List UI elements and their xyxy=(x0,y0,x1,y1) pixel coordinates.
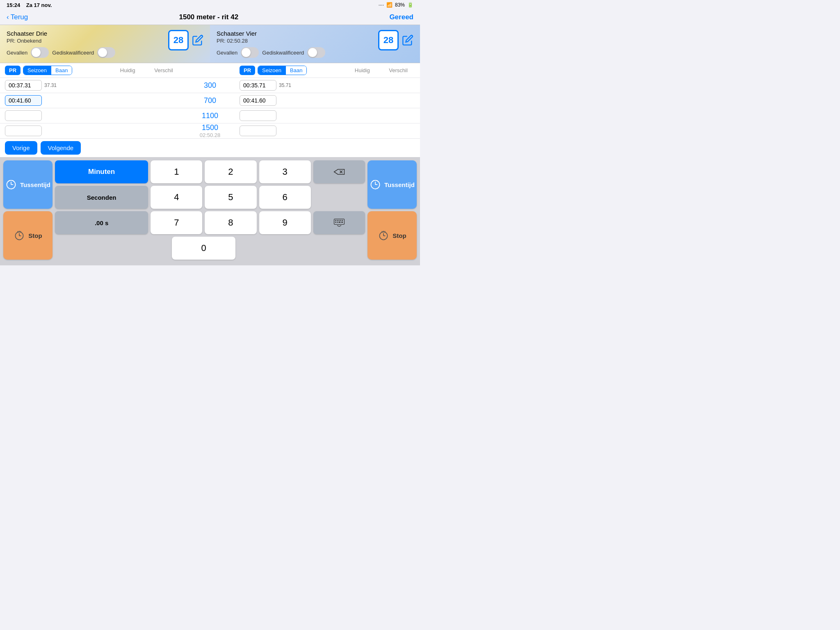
season-right-segment[interactable]: Seizoen xyxy=(258,66,286,75)
hide-keyboard-key[interactable] xyxy=(313,211,365,234)
tussentijd-left-icon xyxy=(5,179,17,190)
keyboard-keys: Minuten 1 2 3 Seconden 4 xyxy=(55,160,365,260)
timing-left-1500 xyxy=(0,123,185,138)
edit-right-icon[interactable] xyxy=(402,34,413,46)
key-8[interactable]: 8 xyxy=(205,211,256,234)
stop-left-button[interactable]: Stop xyxy=(3,211,52,260)
signal-icon: ···· xyxy=(379,2,384,8)
skater-left-number[interactable]: 28 xyxy=(168,30,189,50)
next-button[interactable]: Volgende xyxy=(41,141,81,155)
back-chevron-icon: ‹ xyxy=(7,13,9,21)
spacer-right-4 xyxy=(238,237,365,260)
key-2[interactable]: 2 xyxy=(205,160,256,183)
skater-right-icons: 28 xyxy=(378,30,413,50)
key-4[interactable]: 4 xyxy=(151,186,202,209)
stop-right-button[interactable]: Stop xyxy=(368,211,417,260)
timing-row-700: 700 xyxy=(0,93,420,108)
timing-input-left-700[interactable] xyxy=(5,95,42,106)
current-right-label: Huidig xyxy=(345,67,379,73)
skater-right-details: Schaatser Vier PR: 02:50.28 Gevallen Ged… xyxy=(217,30,378,58)
timing-input-right-300[interactable] xyxy=(240,80,276,91)
timing-input-right-1100[interactable] xyxy=(240,110,276,121)
skater-right-number[interactable]: 28 xyxy=(378,30,399,50)
wifi-icon: 📶 xyxy=(386,2,393,8)
segment-right-group: Seizoen Baan xyxy=(258,66,307,75)
delete-key[interactable] xyxy=(313,160,365,183)
pr-time-center-1500: 02:50.28 xyxy=(185,132,235,138)
current-left-label: Huidig xyxy=(111,67,144,73)
key-0[interactable]: 0 xyxy=(172,237,235,260)
diff-right-label: Verschil xyxy=(381,67,415,73)
track-left-segment[interactable]: Baan xyxy=(51,66,72,75)
previous-button[interactable]: Vorige xyxy=(5,141,37,155)
stop-right-icon xyxy=(378,230,389,241)
timing-right-1500 xyxy=(235,123,420,138)
left-actions: Tussentijd Stop xyxy=(3,160,52,260)
status-right: ···· 📶 83% 🔋 xyxy=(379,2,413,8)
keyboard-hide-icon xyxy=(333,219,345,227)
keyboard-row-4: 0 xyxy=(55,237,365,260)
back-label: Terug xyxy=(11,13,28,21)
key-1[interactable]: 1 xyxy=(151,160,202,183)
seconden-key[interactable]: Seconden xyxy=(55,186,148,209)
timing-left-header: PR Seizoen Baan Huidig Verschil xyxy=(0,63,185,78)
nav-bar: ‹ Terug 1500 meter - rit 42 Gereed xyxy=(0,10,420,25)
dq-left-label: Gediskwalificeerd xyxy=(52,50,94,56)
svg-rect-11 xyxy=(335,222,336,223)
back-button[interactable]: ‹ Terug xyxy=(7,13,28,21)
dq-right-toggle[interactable] xyxy=(307,47,325,58)
stop-left-label: Stop xyxy=(28,232,42,239)
pr-right-button[interactable]: PR xyxy=(240,66,255,75)
timing-input-left-1100[interactable] xyxy=(5,110,42,121)
battery-label: 83% xyxy=(395,2,405,8)
skater-left-pr: PR: Onbekend xyxy=(7,38,168,44)
meter-label-700: 700 xyxy=(185,96,235,105)
key-5[interactable]: 5 xyxy=(205,186,256,209)
tussentijd-right-label: Tussentijd xyxy=(384,181,415,188)
skater-left-name: Schaatser Drie xyxy=(7,30,168,37)
skater-left-icons: 28 xyxy=(168,30,203,50)
dq-left-toggle[interactable] xyxy=(97,47,115,58)
timing-left-300: 37.31 xyxy=(0,78,185,93)
keyboard-area: Tussentijd Stop xyxy=(0,157,420,265)
fallen-left-label: Gevallen xyxy=(7,50,27,56)
keyboard-action-row: Tussentijd Stop xyxy=(3,160,417,260)
timing-left-1100 xyxy=(0,108,185,123)
pr-left-button[interactable]: PR xyxy=(5,66,21,75)
meter-label-1500: 150002:50.28 xyxy=(185,123,235,138)
fallen-right-toggle[interactable] xyxy=(241,47,259,58)
timing-input-left-300[interactable] xyxy=(5,80,42,91)
meter-label-1100: 1100 xyxy=(185,112,235,120)
keyboard-row-1: Minuten 1 2 3 xyxy=(55,160,365,183)
key-3[interactable]: 3 xyxy=(259,160,311,183)
skater-right-pr: PR: 02:50.28 xyxy=(217,38,378,44)
dq-right-label: Gediskwalificeerd xyxy=(262,50,304,56)
key-7[interactable]: 7 xyxy=(151,211,202,234)
spacer-right-2 xyxy=(313,186,365,209)
season-left-segment[interactable]: Seizoen xyxy=(23,66,51,75)
key-9[interactable]: 9 xyxy=(259,211,311,234)
skater-right-panel: Schaatser Vier PR: 02:50.28 Gevallen Ged… xyxy=(210,25,420,63)
skaters-section: Schaatser Drie PR: Onbekend Gevallen Ged… xyxy=(0,25,420,63)
done-button[interactable]: Gereed xyxy=(389,13,413,21)
timing-right-300: 35.71 xyxy=(235,78,420,93)
skater-left-panel: Schaatser Drie PR: Onbekend Gevallen Ged… xyxy=(0,25,210,63)
key-6[interactable]: 6 xyxy=(259,186,311,209)
timing-input-right-1500[interactable] xyxy=(240,126,276,136)
edit-left-icon[interactable] xyxy=(192,34,203,46)
timing-diff-right-300: 35.71 xyxy=(279,82,294,88)
fallen-left-toggle[interactable] xyxy=(31,47,49,58)
timing-input-right-700[interactable] xyxy=(240,95,276,106)
timing-right-1100 xyxy=(235,108,420,123)
svg-rect-6 xyxy=(335,220,336,221)
status-date: Za 17 nov. xyxy=(26,2,52,8)
centis-key[interactable]: .00 s xyxy=(55,211,148,234)
minuten-key[interactable]: Minuten xyxy=(55,160,148,183)
page-title: 1500 meter - rit 42 xyxy=(179,13,239,21)
timing-input-left-1500[interactable] xyxy=(5,126,42,136)
tussentijd-right-icon xyxy=(370,179,381,190)
svg-rect-8 xyxy=(338,220,340,221)
tussentijd-right-button[interactable]: Tussentijd xyxy=(368,160,417,209)
tussentijd-left-button[interactable]: Tussentijd xyxy=(3,160,52,209)
track-right-segment[interactable]: Baan xyxy=(286,66,306,75)
